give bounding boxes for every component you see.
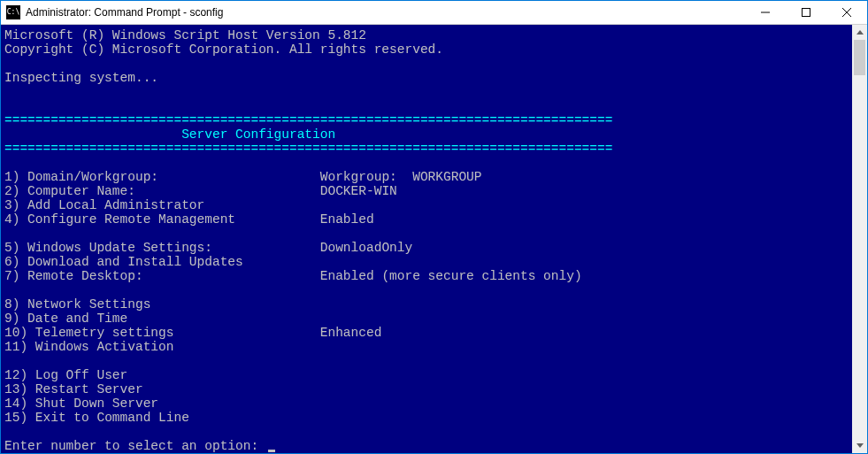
menu-row: 5) Windows Update Settings: DownloadOnly — [4, 241, 412, 255]
header-line-2: Copyright (C) Microsoft Corporation. All… — [4, 42, 443, 57]
close-button[interactable] — [826, 1, 867, 24]
window-controls — [745, 1, 867, 24]
titlebar[interactable]: C:\ Administrator: Command Prompt - scon… — [1, 1, 867, 25]
divider-bottom: ========================================… — [4, 142, 612, 156]
prompt-line: Enter number to select an option: — [4, 439, 266, 453]
svg-rect-0 — [803, 9, 810, 17]
scroll-up-button[interactable] — [852, 25, 867, 40]
inspecting-line: Inspecting system... — [4, 71, 158, 85]
menu-row: 13) Restart Server — [4, 382, 320, 396]
menu-row: 2) Computer Name: DOCKER-WIN — [4, 184, 397, 198]
menu-row: 3) Add Local Administrator — [4, 198, 320, 212]
menu-row: 12) Log Off User — [4, 368, 320, 382]
command-prompt-window: C:\ Administrator: Command Prompt - scon… — [0, 0, 868, 454]
config-title: Server Configuration — [4, 127, 335, 142]
cursor-icon — [268, 450, 275, 452]
menu-row: 14) Shut Down Server — [4, 396, 320, 411]
menu-row: 9) Date and Time — [4, 312, 320, 326]
window-title: Administrator: Command Prompt - sconfig — [26, 6, 745, 19]
divider-top: ========================================… — [4, 113, 612, 127]
console-area: Microsoft (R) Windows Script Host Versio… — [1, 25, 867, 453]
vertical-scrollbar[interactable] — [852, 25, 867, 453]
menu-row: 15) Exit to Command Line — [4, 411, 320, 425]
menu-row: 10) Telemetry settings Enhanced — [4, 326, 381, 340]
scroll-track[interactable] — [852, 40, 867, 438]
menu-row: 1) Domain/Workgroup: Workgroup: WORKGROU… — [4, 170, 482, 184]
menu-row: 6) Download and Install Updates — [4, 255, 320, 269]
maximize-button[interactable] — [786, 1, 826, 24]
scroll-thumb[interactable] — [854, 40, 865, 75]
cmd-icon: C:\ — [6, 5, 20, 19]
menu-row: 7) Remote Desktop: Enabled (more secure … — [4, 269, 582, 283]
minimize-button[interactable] — [745, 1, 786, 24]
menu-row: 4) Configure Remote Management Enabled — [4, 212, 374, 227]
scroll-down-button[interactable] — [852, 438, 867, 453]
menu-row: 11) Windows Activation — [4, 340, 320, 354]
menu-row: 8) Network Settings — [4, 297, 320, 312]
console-output[interactable]: Microsoft (R) Windows Script Host Versio… — [1, 25, 852, 453]
header-line-1: Microsoft (R) Windows Script Host Versio… — [4, 28, 366, 42]
